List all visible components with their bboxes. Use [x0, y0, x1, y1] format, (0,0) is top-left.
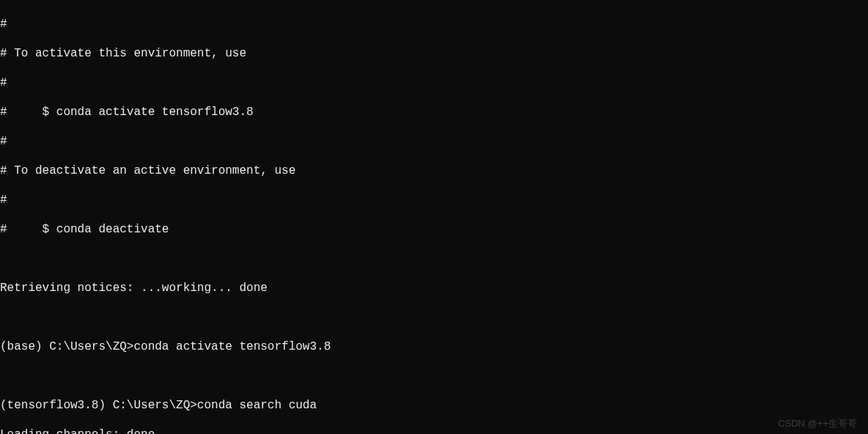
comment-line: # $ conda activate tensorflow3.8 — [0, 105, 868, 119]
watermark-text: CSDN @++生哥哥 — [778, 418, 857, 430]
blank-line — [0, 369, 868, 383]
comment-line: # To deactivate an active environment, u… — [0, 163, 868, 178]
status-line: Retrieving notices: ...working... done — [0, 281, 868, 295]
comment-line: # — [0, 134, 868, 149]
blank-line — [0, 310, 868, 325]
prompt-line: (base) C:\Users\ZQ>conda activate tensor… — [0, 339, 868, 354]
comment-line: # — [0, 17, 868, 32]
comment-line: # — [0, 193, 868, 207]
status-line: Loading channels: done — [0, 427, 868, 434]
comment-line: # — [0, 76, 868, 90]
blank-line — [0, 251, 868, 266]
prompt-line: (tensorflow3.8) C:\Users\ZQ>conda search… — [0, 398, 868, 413]
terminal-output[interactable]: # # To activate this environment, use # … — [0, 2, 868, 434]
comment-line: # $ conda deactivate — [0, 222, 868, 237]
comment-line: # To activate this environment, use — [0, 46, 868, 61]
